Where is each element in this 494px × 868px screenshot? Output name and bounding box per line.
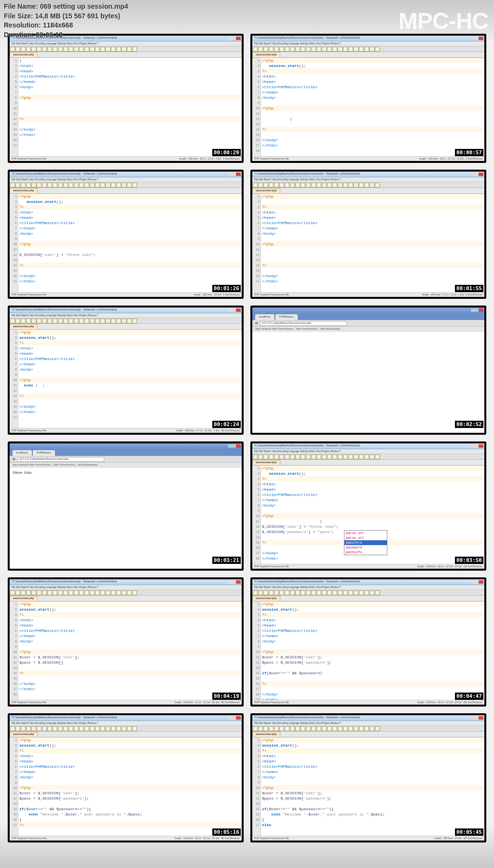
- toolbar-icon[interactable]: [348, 47, 353, 52]
- toolbar-icon[interactable]: [322, 726, 327, 731]
- toolbar-icon[interactable]: [311, 590, 316, 595]
- menu-bar[interactable]: File Edit Search View Encoding Language …: [10, 721, 242, 726]
- toolbar-icon[interactable]: [274, 47, 279, 52]
- toolbar-icon[interactable]: [37, 183, 41, 187]
- toolbar-icon[interactable]: [74, 319, 79, 323]
- toolbar-icon[interactable]: [290, 454, 295, 459]
- toolbar-icon[interactable]: [106, 726, 110, 731]
- toolbar-icon[interactable]: [290, 183, 295, 187]
- toolbar-icon[interactable]: [90, 47, 95, 52]
- thumbnail-8[interactable]: *C:\wamp\htdocs\phpBasics\Session\sessio…: [8, 577, 244, 707]
- toolbar-icon[interactable]: [58, 726, 63, 731]
- toolbar-icon[interactable]: [285, 183, 289, 187]
- toolbar-icon[interactable]: [338, 726, 343, 731]
- toolbar-icon[interactable]: [354, 590, 358, 595]
- thumbnail-2[interactable]: *C:\wamp\htdocs\phpBasics\Session\sessio…: [8, 170, 244, 299]
- toolbar-icon[interactable]: [26, 726, 31, 731]
- toolbar-icon[interactable]: [58, 183, 63, 187]
- toolbar-icon[interactable]: [15, 319, 20, 323]
- toolbar-icon[interactable]: [290, 726, 295, 731]
- toolbar-icon[interactable]: [127, 47, 132, 52]
- toolbar-icon[interactable]: [21, 47, 26, 52]
- toolbar-icon[interactable]: [375, 183, 380, 187]
- autocomplete-item[interactable]: parse_str: [344, 531, 387, 535]
- toolbar-icon[interactable]: [258, 47, 263, 52]
- toolbar-icon[interactable]: [10, 319, 15, 323]
- toolbar-icon[interactable]: [31, 183, 36, 187]
- thumbnail-0[interactable]: *C:\wamp\htdocs\phpBasics\Session\sessio…: [8, 34, 244, 163]
- toolbar-icon[interactable]: [42, 183, 47, 187]
- toolbar-icon[interactable]: [79, 590, 84, 595]
- toolbar-icon[interactable]: [343, 590, 348, 595]
- toolbar-icon[interactable]: [90, 319, 95, 323]
- toolbar-icon[interactable]: [21, 183, 26, 187]
- toolbar-icon[interactable]: [354, 183, 358, 187]
- code-editor[interactable]: 1234567891011121314151617<?php session_s…: [10, 194, 242, 292]
- code-content[interactable]: <?php session_start(); ?> <html> <head> …: [261, 601, 484, 700]
- code-editor[interactable]: 1234567891011121314151617<?php ?> <html>…: [252, 194, 484, 292]
- toolbar-icon[interactable]: [106, 47, 110, 52]
- toolbar-icon[interactable]: [53, 47, 57, 52]
- toolbar-icon[interactable]: [122, 726, 126, 731]
- toolbar-icon[interactable]: [116, 726, 121, 731]
- toolbar-icon[interactable]: [359, 47, 364, 52]
- thumbnail-10[interactable]: *C:\wamp\htdocs\phpBasics\Session\sessio…: [8, 713, 244, 842]
- toolbar-icon[interactable]: [15, 726, 20, 731]
- toolbar-icon[interactable]: [375, 454, 380, 459]
- toolbar-icon[interactable]: [127, 183, 132, 187]
- editor-tab[interactable]: sessionview.php: [10, 324, 38, 329]
- toolbar-icon[interactable]: [132, 590, 137, 595]
- toolbar-icon[interactable]: [132, 726, 137, 731]
- toolbar-icon[interactable]: [295, 726, 300, 731]
- code-content[interactable]: <?php session_start(); ?> <html> <head> …: [18, 737, 242, 836]
- toolbar-icon[interactable]: [116, 183, 121, 187]
- toolbar-icon[interactable]: [69, 319, 73, 323]
- toolbar-icon[interactable]: [58, 590, 63, 595]
- autocomplete-item[interactable]: pathinfo: [344, 550, 387, 555]
- toolbar-icon[interactable]: [21, 590, 26, 595]
- toolbar-icon[interactable]: [322, 454, 327, 459]
- toolbar-icon[interactable]: [47, 726, 52, 731]
- browser-tab[interactable]: localhost: [13, 450, 32, 456]
- toolbar-icon[interactable]: [370, 454, 374, 459]
- toolbar-icon[interactable]: [106, 183, 110, 187]
- toolbar-icon[interactable]: [274, 726, 279, 731]
- toolbar-icon[interactable]: [106, 319, 110, 323]
- toolbar-icon[interactable]: [301, 726, 305, 731]
- menu-bar[interactable]: File Edit Search View Encoding Language …: [252, 585, 484, 590]
- toolbar-icon[interactable]: [74, 590, 79, 595]
- toolbar-icon[interactable]: [63, 590, 68, 595]
- toolbar-icon[interactable]: [100, 47, 105, 52]
- toolbar-icon[interactable]: [370, 590, 374, 595]
- toolbar-icon[interactable]: [69, 47, 73, 52]
- toolbar-icon[interactable]: [311, 454, 316, 459]
- toolbar-icon[interactable]: [84, 590, 89, 595]
- toolbar-icon[interactable]: [90, 183, 95, 187]
- toolbar-icon[interactable]: [116, 319, 121, 323]
- toolbar-icon[interactable]: [15, 590, 20, 595]
- toolbar-icon[interactable]: [100, 590, 105, 595]
- toolbar-icon[interactable]: [26, 590, 31, 595]
- toolbar-icon[interactable]: [370, 726, 374, 731]
- toolbar-icon[interactable]: [311, 47, 316, 52]
- thumbnail-7[interactable]: *C:\wamp\htdocs\phpBasics\Session\sessio…: [250, 441, 486, 571]
- toolbar-icon[interactable]: [58, 319, 63, 323]
- code-editor[interactable]: 1234567891011121314151617<?php session_s…: [10, 737, 242, 836]
- toolbar-icon[interactable]: [274, 183, 279, 187]
- toolbar-icon[interactable]: [21, 319, 26, 323]
- toolbar-icon[interactable]: [79, 319, 84, 323]
- toolbar-icon[interactable]: [42, 47, 47, 52]
- url-input[interactable]: 127.0.0.1/phpBasics/Session/view.php: [17, 457, 104, 462]
- toolbar-icon[interactable]: [84, 47, 89, 52]
- toolbar-icon[interactable]: [53, 319, 57, 323]
- toolbar-icon[interactable]: [84, 183, 89, 187]
- toolbar-icon[interactable]: [122, 319, 126, 323]
- toolbar-icon[interactable]: [332, 590, 337, 595]
- toolbar-icon[interactable]: [122, 47, 126, 52]
- toolbar-icon[interactable]: [116, 590, 121, 595]
- toolbar-icon[interactable]: [74, 726, 79, 731]
- toolbar-icon[interactable]: [90, 726, 95, 731]
- toolbar-icon[interactable]: [253, 590, 258, 595]
- editor-tab[interactable]: sessionview.php: [10, 732, 38, 737]
- editor-tab[interactable]: sessionview.php: [252, 460, 280, 465]
